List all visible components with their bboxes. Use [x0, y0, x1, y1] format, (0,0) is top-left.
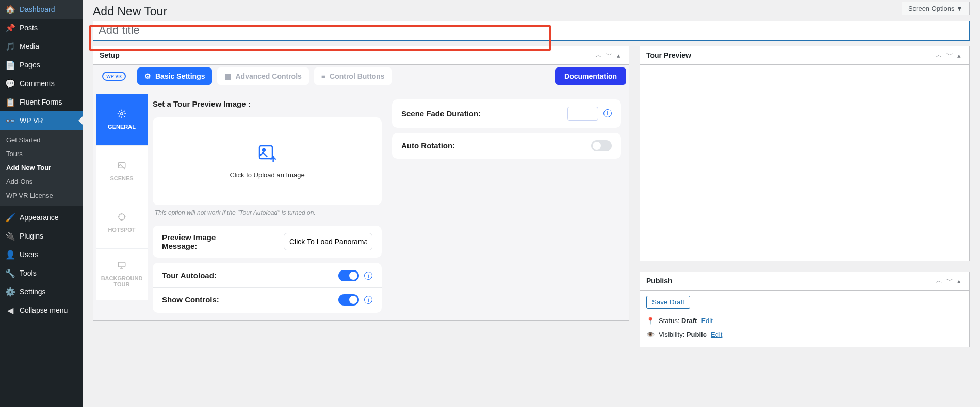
media-icon: 🎵 — [5, 41, 15, 52]
tab-advanced-controls[interactable]: ▦ Advanced Controls — [217, 67, 308, 85]
preview-note: This option will not work if the "Tour A… — [153, 205, 382, 221]
toggles-card: Tour Autoload: i — [153, 263, 382, 313]
target-icon — [117, 212, 126, 222]
screen-options-button[interactable]: Screen Options ▼ — [902, 2, 970, 15]
sidebar-item-tools[interactable]: 🔧Tools — [0, 264, 83, 282]
autoload-toggle[interactable] — [338, 270, 359, 281]
documentation-button[interactable]: Documentation — [555, 67, 626, 85]
fade-duration-input[interactable] — [567, 107, 598, 121]
setup-box: Setup ︿ ﹀ ▴ WP VR ⚙ Basic Settings — [93, 46, 629, 321]
vr-icon: 👓 — [5, 115, 15, 126]
tab-basic-settings[interactable]: ⚙ Basic Settings — [137, 67, 212, 85]
pages-icon: 📄 — [5, 60, 15, 70]
sub-item-tours[interactable]: Tours — [0, 147, 83, 161]
image-icon — [117, 161, 126, 170]
sidebar-submenu-wpvr: Get Started Tours Add New Tour Add-Ons W… — [0, 130, 83, 206]
preview-image-section: Set a Tour Preview Image : — [153, 99, 382, 221]
upload-image-icon — [257, 143, 277, 164]
sidebar-item-users[interactable]: 👤Users — [0, 245, 83, 264]
svg-rect-4 — [259, 146, 272, 159]
sort-handle-icon[interactable]: ▴ — [955, 275, 963, 287]
edit-visibility-link[interactable]: Edit — [711, 331, 722, 338]
vtab-hotspot[interactable]: HOTSPOT — [96, 197, 148, 249]
info-icon[interactable]: i — [364, 272, 372, 280]
publish-visibility-row: 👁️ Visibility: Public Edit — [646, 328, 963, 342]
svg-point-5 — [263, 149, 265, 151]
tour-preview-box: Tour Preview ︿ ﹀ ▴ — [640, 46, 970, 261]
svg-point-2 — [119, 214, 125, 220]
sub-item-license[interactable]: WP VR License — [0, 189, 83, 202]
info-icon[interactable]: i — [603, 109, 612, 117]
chevron-down-icon[interactable]: ﹀ — [604, 48, 615, 62]
publish-box: Publish ︿ ﹀ ▴ Save Draft 📍 Status: Draft… — [640, 272, 970, 347]
fade-duration-row: Scene Fade Duration: i — [392, 99, 621, 128]
setup-box-title: Setup — [100, 51, 593, 59]
layout-icon: ▦ — [224, 72, 231, 80]
chevron-up-icon[interactable]: ︿ — [593, 48, 604, 62]
comment-icon: 💬 — [5, 78, 15, 89]
sidebar-item-fluent-forms[interactable]: 📋Fluent Forms — [0, 93, 83, 111]
sidebar-item-dashboard[interactable]: 🏠Dashboard — [0, 0, 83, 19]
info-icon[interactable]: i — [364, 296, 372, 304]
form-icon: 📋 — [5, 97, 15, 107]
settings-icon: ⚙️ — [5, 286, 15, 297]
upload-image-zone[interactable]: Click to Upload an Image — [153, 117, 382, 205]
sub-item-get-started[interactable]: Get Started — [0, 133, 83, 147]
svg-rect-3 — [118, 262, 125, 267]
publish-status-row: 📍 Status: Draft Edit — [646, 314, 963, 328]
sidebar-item-appearance[interactable]: 🖌️Appearance — [0, 208, 83, 227]
sub-item-add-new-tour[interactable]: Add New Tour — [0, 161, 83, 175]
admin-sidebar: 🏠Dashboard 📌Posts 🎵Media 📄Pages 💬Comment… — [0, 0, 83, 407]
chevron-down-icon[interactable]: ﹀ — [944, 274, 955, 287]
page-title: Add New Tour — [93, 0, 970, 21]
tab-control-buttons[interactable]: ≡ Control Buttons — [314, 67, 392, 85]
save-draft-button[interactable]: Save Draft — [646, 296, 690, 309]
sidebar-item-collapse[interactable]: ◀Collapse menu — [0, 301, 83, 319]
gauge-icon: 🏠 — [5, 4, 15, 14]
show-controls-toggle[interactable] — [338, 294, 359, 306]
preview-message-label: Preview Image Message: — [162, 233, 234, 250]
monitor-icon — [117, 261, 126, 270]
tour-preview-canvas — [640, 65, 969, 261]
key-icon: 📍 — [646, 317, 655, 325]
main-content: Screen Options ▼ Add New Tour Setup ︿ ﹀ … — [83, 0, 980, 407]
sidebar-item-media[interactable]: 🎵Media — [0, 37, 83, 56]
chevron-up-icon[interactable]: ︿ — [934, 48, 944, 62]
sliders-icon: ≡ — [321, 72, 325, 80]
auto-rotation-toggle[interactable] — [591, 140, 612, 151]
rotation-label: Auto Rotation: — [401, 141, 455, 150]
sidebar-item-settings[interactable]: ⚙️Settings — [0, 282, 83, 301]
publish-title: Publish — [646, 277, 934, 285]
preview-message-input[interactable] — [284, 233, 372, 250]
tour-preview-title: Tour Preview — [646, 51, 934, 59]
svg-point-0 — [121, 113, 123, 115]
sidebar-item-wpvr[interactable]: 👓WP VR — [0, 111, 83, 130]
brush-icon: 🖌️ — [5, 212, 15, 223]
gear-icon — [117, 109, 126, 118]
wpvr-logo: WP VR — [102, 72, 125, 81]
wrench-icon: 🔧 — [5, 268, 15, 278]
preview-message-row: Preview Image Message: — [153, 226, 382, 258]
user-icon: 👤 — [5, 249, 15, 260]
eye-icon: 👁️ — [646, 331, 655, 338]
plug-icon: 🔌 — [5, 231, 15, 241]
sub-item-addons[interactable]: Add-Ons — [0, 175, 83, 189]
sidebar-item-comments[interactable]: 💬Comments — [0, 74, 83, 93]
sidebar-item-plugins[interactable]: 🔌Plugins — [0, 227, 83, 245]
chevron-down-icon[interactable]: ﹀ — [944, 48, 955, 62]
vtab-background[interactable]: BACKGROUND TOUR — [96, 249, 148, 300]
gear-icon: ⚙ — [144, 72, 151, 80]
sidebar-item-pages[interactable]: 📄Pages — [0, 56, 83, 74]
edit-status-link[interactable]: Edit — [701, 317, 712, 325]
vtab-scenes[interactable]: SCENES — [96, 146, 148, 197]
sort-handle-icon[interactable]: ▴ — [615, 49, 623, 61]
chevron-up-icon[interactable]: ︿ — [934, 274, 944, 287]
auto-rotation-row: Auto Rotation: — [392, 133, 621, 159]
vtab-general[interactable]: GENERAL — [96, 94, 148, 146]
sort-handle-icon[interactable]: ▴ — [955, 49, 963, 61]
sidebar-item-posts[interactable]: 📌Posts — [0, 19, 83, 37]
title-input[interactable] — [93, 21, 970, 41]
fade-label: Scene Fade Duration: — [401, 109, 481, 118]
show-controls-label: Show Controls: — [162, 295, 219, 304]
preview-image-label: Set a Tour Preview Image : — [153, 99, 382, 108]
